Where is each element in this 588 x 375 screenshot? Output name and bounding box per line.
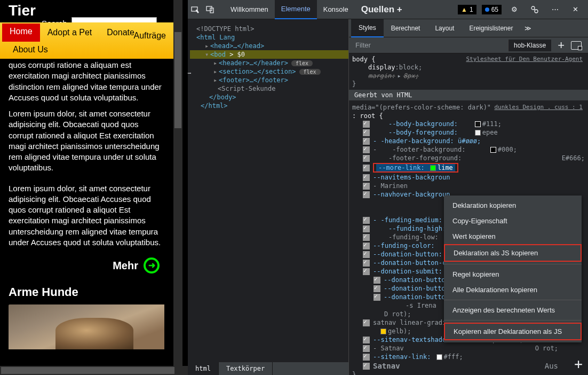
dom-header[interactable]: ▸<header>…</header>flex	[190, 59, 348, 67]
var-satnav2[interactable]: - SatnavO rot;	[352, 344, 585, 353]
heading-2: Arme Hunde	[0, 274, 173, 304]
dom-section[interactable]: ▸<section>…</section>flex	[190, 67, 348, 76]
account-icon[interactable]	[527, 2, 542, 17]
inherited-from-bar: Geerbt von HTML	[349, 90, 588, 100]
hov-class-label[interactable]: hob-Klasse	[508, 40, 551, 51]
svg-rect-1	[206, 6, 212, 11]
var-marinen[interactable]: - Marinen	[352, 182, 585, 190]
var-navitems-bg[interactable]: --navitems-backgroun	[352, 173, 585, 182]
var-body-bg[interactable]: --body-background: #111;	[352, 120, 585, 128]
dom-body-close[interactable]: </body>	[190, 93, 348, 101]
settings-icon[interactable]: ⚙	[507, 2, 522, 17]
cm-copy-declaration-js[interactable]: Deklaration als JS kopieren	[444, 244, 582, 262]
warnings-badge[interactable]: ▲1	[458, 5, 476, 14]
flex-pill[interactable]: flex	[291, 60, 313, 66]
breadcrumb-bar: html Textkörper	[188, 362, 348, 375]
nav-home[interactable]: Home	[2, 24, 40, 42]
paragraph-top: quos corrupti ratione a aliquam est exer…	[9, 59, 165, 103]
devtools: Willkommen Elemente Konsole Quellen + ▲1…	[188, 0, 588, 375]
crumb-html[interactable]: html	[188, 362, 219, 375]
dom-html-close[interactable]: </html>	[190, 101, 348, 110]
scrollbar-vertical[interactable]	[173, 0, 182, 366]
collapse-dots[interactable]: ⋯	[188, 69, 192, 77]
dark-theme-link[interactable]: dunkles Design . cuss : 1	[494, 104, 583, 111]
new-rule-button[interactable]: +	[558, 38, 565, 52]
preview-pane: Tier Search Home Adopt a Pet Donate Auft…	[0, 0, 188, 375]
prop-display[interactable]: display: block;	[352, 63, 585, 72]
var-satnav3[interactable]: SatnavAus	[352, 361, 585, 371]
cm-separator-1	[444, 264, 582, 264]
filter-input[interactable]: Filter	[349, 41, 508, 49]
issues-badge[interactable]: 65	[482, 5, 502, 14]
dom-body-selected[interactable]: ▾<bod > $0	[190, 50, 348, 59]
dom-script[interactable]: <Script-Sekunde	[190, 84, 348, 93]
var-footer-fg[interactable]: -footer-foreground:E#666;	[352, 154, 585, 162]
add-rule-button-bottom[interactable]: +	[574, 356, 583, 372]
cls-toggle-button[interactable]	[571, 41, 582, 50]
context-menu: Deklaration kopieren Copy-Eigenschaft We…	[444, 196, 582, 342]
dom-footer[interactable]: ▸<footer>…</footer>	[190, 76, 348, 84]
dog-image	[9, 304, 164, 349]
tab-elements[interactable]: Elemente	[275, 0, 317, 19]
more-link[interactable]: Mehr ➜	[9, 257, 165, 274]
tab-styles[interactable]: Styles	[351, 19, 384, 37]
media-query[interactable]: media="(prefers-color-scheme: dark)"dunk…	[352, 103, 585, 112]
tab-listeners[interactable]: Ereignislistener	[462, 19, 520, 37]
dom-tree-panel: <!DOCTYPE html> <html Lang ▸<head>…</hea…	[188, 19, 349, 375]
content-area: quos corrupti ratione a aliquam est exer…	[0, 59, 173, 274]
tab-sources[interactable]: Quellen +	[355, 0, 409, 19]
cm-copy-value[interactable]: Wert kopieren	[444, 229, 582, 244]
cm-view-computed[interactable]: Anzeigen des berechneten Werts	[444, 302, 582, 318]
more-icon[interactable]: ⋯	[547, 2, 562, 17]
nav-adopt[interactable]: Adopt a Pet	[40, 24, 100, 42]
cm-separator-2	[444, 300, 582, 300]
cm-copy-property[interactable]: Copy-Eigenschaft	[444, 213, 582, 229]
paragraph-1: Lorem ipsum dolor, sit amet consectetur …	[9, 108, 165, 174]
devtools-toolbar: Willkommen Elemente Konsole Quellen + ▲1…	[188, 0, 588, 19]
red-highlight-1: --more-link: lime	[373, 163, 458, 173]
var-header-bg[interactable]: - -header-background: ü#øøø;	[352, 137, 585, 145]
plus-icon[interactable]: +	[397, 4, 402, 15]
nav-about[interactable]: About Us	[2, 42, 55, 59]
var-sitenav-link[interactable]: --sitenav-link: #fff;	[352, 353, 585, 361]
styles-panel: Styles Berechnet Layout Ereignislistener…	[349, 19, 588, 375]
inspect-icon[interactable]	[188, 2, 203, 17]
stylesheet-link[interactable]: Stylesheet für Den Benutzer-Agent	[466, 56, 583, 62]
cm-separator-3	[444, 320, 582, 321]
tab-layout[interactable]: Layout	[427, 19, 462, 37]
var-more-link-highlighted[interactable]: --more-link: lime	[352, 162, 585, 173]
nav-orders[interactable]: Aufträge	[129, 28, 171, 44]
flex-pill-2[interactable]: flex	[299, 69, 321, 75]
paragraph-2: Lorem ipsum dolor, sit amet consectetur …	[9, 183, 165, 248]
cm-copy-all-declarations-js[interactable]: Kopieren aller Deklarationen als JS	[444, 323, 582, 340]
arrow-circle-icon: ➜	[144, 257, 160, 274]
navbar: Home Adopt a Pet Donate Aufträge About U…	[0, 22, 173, 59]
tabs-overflow-icon[interactable]: ≫	[525, 25, 531, 32]
root-selector[interactable]: : root {	[352, 112, 585, 120]
close-icon[interactable]: ✕	[568, 2, 583, 17]
selector-body[interactable]: body	[352, 56, 368, 63]
tab-computed[interactable]: Berechnet	[384, 19, 428, 37]
tab-console[interactable]: Konsole	[317, 0, 355, 19]
prop-margin[interactable]: margin:▸8px;	[352, 72, 585, 80]
tab-welcome[interactable]: Willkommen	[224, 0, 275, 19]
dom-doctype[interactable]: <!DOCTYPE html>	[190, 25, 348, 33]
more-label: Mehr	[113, 259, 138, 273]
var-body-fg[interactable]: --body-foreground: epee	[352, 128, 585, 137]
crumb-body[interactable]: Textkörper	[219, 362, 273, 375]
styles-tabs: Styles Berechnet Layout Ereignislistener…	[349, 19, 588, 37]
dom-head[interactable]: ▸<head>…</head>	[190, 42, 348, 50]
cm-copy-rule[interactable]: Regel kopieren	[444, 267, 582, 282]
device-toggle-icon[interactable]	[203, 2, 218, 17]
cm-copy-all-declarations[interactable]: Alle Deklarationen kopieren	[444, 282, 582, 298]
scrollbar-horizontal[interactable]	[0, 366, 188, 375]
cm-copy-declaration[interactable]: Deklaration kopieren	[444, 198, 582, 213]
filter-row: Filter hob-Klasse +	[349, 37, 588, 53]
dom-html-open[interactable]: <html Lang	[190, 33, 348, 42]
var-footer-bg[interactable]: - -footer-background: #000;	[352, 145, 585, 154]
